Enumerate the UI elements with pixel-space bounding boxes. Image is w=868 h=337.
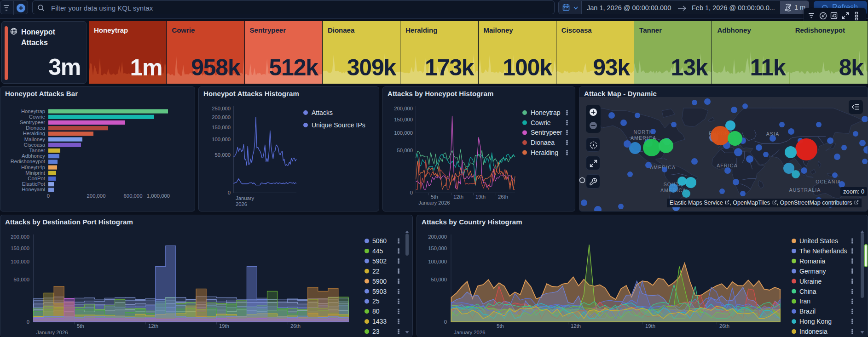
svg-text:2026: 2026 <box>236 201 247 207</box>
svg-text:5903: 5903 <box>372 288 387 295</box>
svg-text:Iran: Iran <box>799 297 810 305</box>
svg-text:19th: 19th <box>475 194 486 200</box>
svg-text:Ukraine: Ukraine <box>799 278 822 285</box>
svg-text:5th: 5th <box>497 323 504 329</box>
svg-text:Honeytrap: Honeytrap <box>21 109 45 114</box>
svg-text:100,000: 100,000 <box>394 130 413 136</box>
svg-text:H0neytr4p: H0neytr4p <box>21 165 45 170</box>
svg-text:Miniprint: Miniprint <box>25 170 46 176</box>
svg-text:Adbhoney: Adbhoney <box>22 153 45 159</box>
svg-text:5th: 5th <box>431 194 438 200</box>
svg-text:150,000: 150,000 <box>428 246 447 251</box>
svg-text:January 2026: January 2026 <box>36 330 68 335</box>
svg-text:Sentrypeer: Sentrypeer <box>531 129 562 136</box>
svg-text:600,000: 600,000 <box>124 193 143 199</box>
svg-text:Honeytrap: Honeytrap <box>531 109 561 116</box>
svg-text:Ciscoasa: Ciscoasa <box>24 142 46 148</box>
svg-text:200,000: 200,000 <box>87 193 106 199</box>
svg-text:200,000: 200,000 <box>428 234 447 240</box>
svg-text:50,000: 50,000 <box>397 148 413 153</box>
svg-text:5th: 5th <box>77 323 84 329</box>
svg-text:150,000: 150,000 <box>212 125 231 130</box>
svg-text:Dionaea: Dionaea <box>26 125 46 131</box>
svg-text:Heralding: Heralding <box>23 131 45 136</box>
svg-text:50,000: 50,000 <box>13 277 29 282</box>
svg-text:100,000: 100,000 <box>212 137 231 142</box>
svg-text:Dionaea: Dionaea <box>531 139 555 146</box>
svg-text:5900: 5900 <box>372 278 387 285</box>
svg-text:January 2026: January 2026 <box>454 330 485 335</box>
svg-text:0: 0 <box>27 319 29 325</box>
svg-text:0: 0 <box>228 190 231 195</box>
svg-text:12th: 12th <box>571 323 581 329</box>
svg-text:Sentrypeer: Sentrypeer <box>20 120 45 125</box>
svg-text:Brazil: Brazil <box>799 308 816 315</box>
svg-text:12th: 12th <box>453 194 463 200</box>
svg-text:19th: 19th <box>645 323 655 329</box>
svg-text:ElasticPot: ElasticPot <box>22 181 46 187</box>
svg-text:Tanner: Tanner <box>29 148 45 153</box>
svg-text:23: 23 <box>372 328 380 335</box>
svg-text:5902: 5902 <box>372 257 387 265</box>
svg-text:January 2026: January 2026 <box>418 200 450 206</box>
svg-text:The Netherlands: The Netherlands <box>799 247 847 255</box>
svg-text:Honeyaml: Honeyaml <box>22 187 45 192</box>
svg-text:Hong Kong: Hong Kong <box>799 318 832 325</box>
svg-text:Heralding: Heralding <box>531 149 558 156</box>
svg-text:January: January <box>236 195 255 201</box>
svg-text:26th: 26th <box>498 194 508 200</box>
svg-text:200,000: 200,000 <box>394 106 413 111</box>
svg-text:ConPot: ConPot <box>28 176 46 181</box>
svg-text:Attacks: Attacks <box>312 109 333 116</box>
svg-text:Mailoney: Mailoney <box>24 137 46 142</box>
svg-text:150,000: 150,000 <box>394 117 413 122</box>
svg-text:445: 445 <box>372 247 383 255</box>
svg-text:100,000: 100,000 <box>428 259 447 264</box>
svg-text:200,000: 200,000 <box>212 114 231 120</box>
svg-text:80: 80 <box>372 308 380 315</box>
svg-text:Romania: Romania <box>799 257 825 265</box>
svg-text:25: 25 <box>372 297 380 305</box>
svg-text:250,000: 250,000 <box>212 106 231 111</box>
svg-text:0: 0 <box>444 319 447 325</box>
svg-text:AUSTRALIA: AUSTRALIA <box>789 187 821 193</box>
svg-text:200,000: 200,000 <box>11 234 29 240</box>
svg-text:Redishoneypot: Redishoneypot <box>11 159 46 164</box>
svg-text:OCEANIA: OCEANIA <box>816 179 841 184</box>
svg-text:Unique Source IPs: Unique Source IPs <box>312 121 365 129</box>
svg-text:Indonesia: Indonesia <box>799 328 827 335</box>
svg-text:26th: 26th <box>290 323 301 329</box>
svg-text:Germany: Germany <box>799 268 826 275</box>
svg-text:150,000: 150,000 <box>11 246 29 251</box>
svg-text:22: 22 <box>372 268 380 275</box>
svg-text:12th: 12th <box>148 323 158 329</box>
svg-text:1,000,000: 1,000,000 <box>147 193 170 199</box>
svg-text:United States: United States <box>799 237 838 245</box>
svg-text:China: China <box>799 288 816 295</box>
svg-text:19th: 19th <box>219 323 229 329</box>
svg-text:0: 0 <box>410 190 413 195</box>
svg-text:5060: 5060 <box>372 237 387 245</box>
svg-text:1433: 1433 <box>372 318 387 325</box>
svg-text:50,000: 50,000 <box>431 277 447 282</box>
svg-text:Cowrie: Cowrie <box>531 119 551 126</box>
svg-text:Cowrie: Cowrie <box>29 114 45 120</box>
svg-text:50,000: 50,000 <box>214 152 231 158</box>
svg-text:26th: 26th <box>719 323 729 329</box>
svg-text:0: 0 <box>47 193 50 199</box>
svg-text:100,000: 100,000 <box>11 259 29 264</box>
